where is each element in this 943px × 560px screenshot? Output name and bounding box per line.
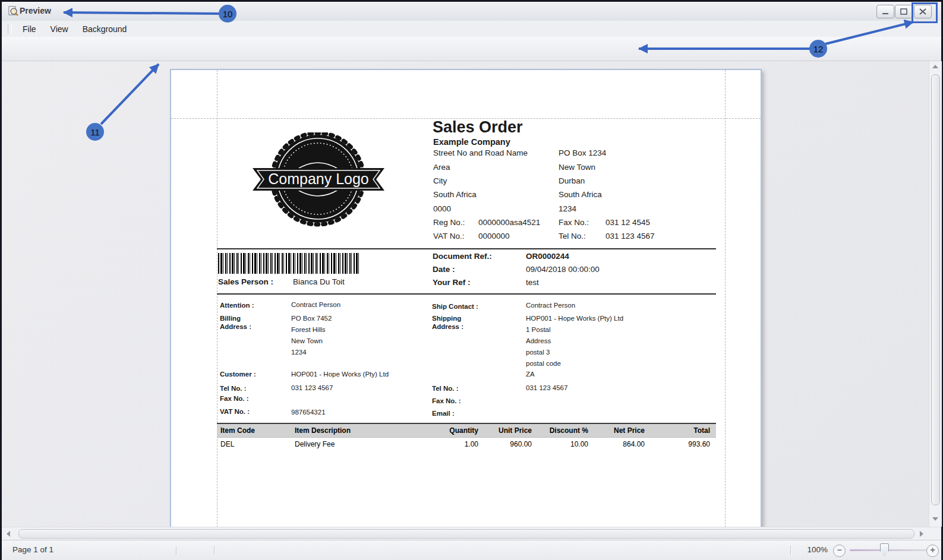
- billing-address-label: Billing: [220, 315, 241, 322]
- window-title: Preview: [20, 6, 51, 15]
- company-postal-line: 1234: [559, 204, 576, 213]
- shipping-address-line: HOP001 - Hope Works (Pty) Ltd: [526, 315, 623, 322]
- billing-vat-value: 987654321: [291, 409, 326, 416]
- fax-no-value: 031 12 4545: [605, 218, 650, 227]
- company-address-line: 0000: [433, 204, 451, 213]
- cell-item-code: DEL: [217, 438, 291, 451]
- your-ref-value: test: [526, 278, 539, 287]
- cell-discount: 10.00: [538, 438, 594, 451]
- email-label: Email :: [432, 410, 455, 417]
- status-zoom-value: 100%: [796, 545, 828, 554]
- reg-no-value: 0000000asa4521: [478, 218, 540, 227]
- fax-no-label: Fax No.:: [559, 218, 589, 227]
- table-row: DEL Delivery Fee 1.00 960.00 10.00 864.0…: [217, 438, 716, 451]
- title-bar: Preview: [2, 2, 941, 21]
- billing-address-label: Address :: [220, 323, 251, 330]
- attention-value: Contract Person: [291, 301, 340, 308]
- shipping-address-line: ZA: [526, 371, 535, 378]
- billing-address-line: New Town: [291, 337, 323, 344]
- shipping-address-line: postal code: [526, 360, 561, 367]
- cell-item-description: Delivery Fee: [291, 438, 428, 451]
- shipping-tel-value: 031 123 4567: [526, 384, 567, 391]
- billing-fax-label: Fax No. :: [220, 395, 249, 402]
- company-postal-line: South Africa: [559, 190, 602, 199]
- scroll-up-icon[interactable]: [932, 65, 938, 68]
- tel-no-label: Tel No.:: [559, 232, 586, 241]
- statusbar-separator: [214, 546, 215, 555]
- statusbar-separator: [176, 546, 176, 555]
- margin-line-left: [217, 70, 217, 527]
- scroll-right-icon[interactable]: [920, 531, 923, 537]
- shipping-address-line: 1 Postal: [526, 326, 551, 333]
- items-table-header-row: Item Code Item Description Quantity Unit…: [217, 423, 716, 438]
- company-address-line: City: [433, 176, 447, 185]
- billing-vat-label: VAT No. :: [220, 408, 250, 415]
- company-name: Example Company: [433, 137, 510, 147]
- ship-contact-label: Ship Contact :: [432, 303, 478, 310]
- shipping-fax-label: Fax No. :: [432, 397, 461, 404]
- document-title: Sales Order: [433, 118, 523, 137]
- your-ref-label: Your Ref :: [433, 278, 471, 287]
- company-address-line: South Africa: [433, 190, 477, 199]
- horizontal-scroll-thumb[interactable]: [18, 529, 914, 539]
- document-ref-label: Document Ref.:: [433, 252, 492, 261]
- divider: [217, 293, 716, 295]
- company-logo: Company Logo: [253, 132, 384, 230]
- ship-contact-value: Contract Person: [526, 302, 575, 309]
- horizontal-scrollbar[interactable]: [2, 527, 941, 540]
- menu-view[interactable]: View: [43, 22, 75, 36]
- billing-address-line: PO Box 7452: [291, 315, 332, 322]
- margin-line-right: [725, 70, 726, 527]
- callout-11: 11: [86, 123, 104, 141]
- company-postal-line: PO Box 1234: [559, 148, 606, 157]
- company-postal-line: Durban: [559, 176, 585, 185]
- shipping-tel-label: Tel No. :: [432, 385, 459, 392]
- attention-label: Attention :: [220, 302, 254, 309]
- col-discount: Discount %: [538, 423, 594, 438]
- shipping-address-label: Shipping: [432, 315, 461, 322]
- scroll-down-icon[interactable]: [932, 517, 938, 521]
- menu-background[interactable]: Background: [75, 22, 134, 36]
- scroll-left-icon[interactable]: [7, 531, 10, 537]
- toolbar: 100 %: [2, 37, 941, 61]
- tel-no-value: 031 123 4567: [605, 232, 655, 241]
- statusbar-separator: [790, 546, 791, 555]
- date-label: Date :: [433, 265, 455, 274]
- document-ref-value: OR0000244: [526, 252, 569, 261]
- document-page[interactable]: Company Logo Sales Order Example Company…: [170, 69, 762, 527]
- cell-total: 993.60: [651, 438, 716, 451]
- col-net-price: Net Price: [594, 423, 651, 438]
- billing-tel-label: Tel No. :: [220, 385, 247, 392]
- company-address-line: Street No and Road Name: [433, 148, 528, 157]
- date-value: 09/04/2018 00:00:00: [526, 265, 600, 274]
- cell-unit-price: 960.00: [484, 438, 538, 451]
- preview-surface[interactable]: Company Logo Sales Order Example Company…: [2, 61, 929, 527]
- vertical-scrollbar[interactable]: [929, 61, 942, 527]
- minimize-button[interactable]: [876, 5, 894, 18]
- preview-app-icon: [7, 5, 19, 20]
- maximize-button[interactable]: [895, 5, 913, 18]
- menu-bar: File View Background: [2, 21, 941, 37]
- menu-file[interactable]: File: [15, 22, 43, 36]
- items-table: Item Code Item Description Quantity Unit…: [217, 423, 716, 451]
- vat-no-label: VAT No.:: [433, 232, 465, 241]
- col-item-code: Item Code: [217, 423, 291, 438]
- reg-no-label: Reg No.:: [433, 218, 465, 227]
- col-total: Total: [651, 423, 716, 438]
- annotation-box-close-window: [912, 2, 938, 23]
- company-postal-line: New Town: [559, 163, 595, 172]
- cell-net-price: 864.00: [594, 438, 651, 451]
- zoom-out-button[interactable]: −: [833, 545, 846, 557]
- customer-value: HOP001 - Hope Works (Pty) Ltd: [291, 371, 389, 378]
- page-indicator: Page 1 of 1: [12, 545, 53, 554]
- zoom-in-button[interactable]: +: [926, 545, 939, 557]
- company-address-line: Area: [433, 163, 450, 172]
- company-logo-text: Company Logo: [268, 170, 369, 187]
- billing-tel-value: 031 123 4567: [291, 384, 333, 391]
- menubar-grip: [8, 24, 12, 34]
- vertical-scroll-thumb[interactable]: [931, 74, 940, 505]
- shipping-address-label: Address :: [432, 323, 463, 330]
- zoom-slider-thumb[interactable]: [880, 543, 889, 556]
- customer-label: Customer :: [220, 371, 256, 378]
- shipping-address-line: postal 3: [526, 349, 550, 356]
